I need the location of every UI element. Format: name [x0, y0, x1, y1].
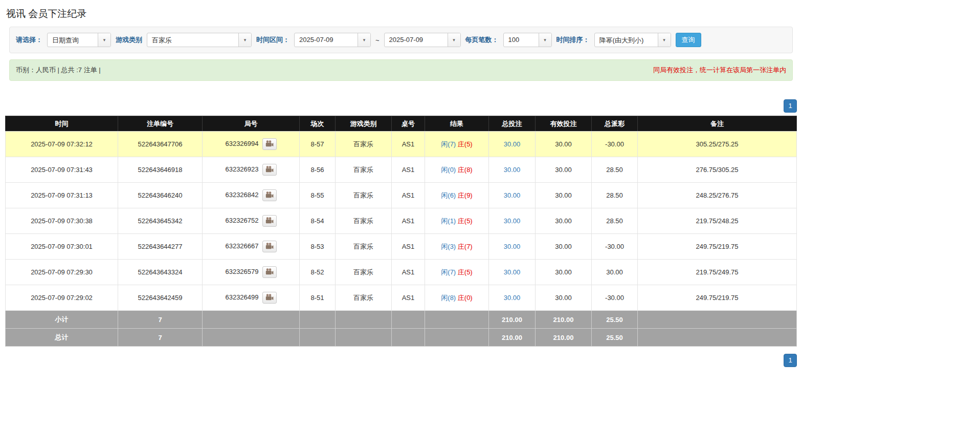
cell-round-number: 632326994 [203, 132, 300, 157]
cell-valid-bet: 30.00 [536, 157, 592, 183]
cell-total-bet: 30.00 [489, 260, 536, 285]
cell-result: 闲(7) 庄(5) [425, 260, 489, 285]
cell-bet-number: 522643643324 [118, 260, 203, 285]
cell-valid-bet: 30.00 [536, 260, 592, 285]
round-number-text: 632326579 [225, 268, 258, 275]
subtotal-empty-cell [638, 311, 797, 329]
video-camera-icon [265, 217, 274, 225]
cell-session: 8-52 [300, 260, 336, 285]
result-player: 闲(7) [441, 140, 456, 148]
cell-result: 闲(3) 庄(7) [425, 234, 489, 260]
time-range-label: 时间区间： [256, 35, 289, 45]
search-button[interactable]: 查询 [676, 33, 701, 47]
cell-note: 219.75/248.25 [638, 208, 797, 234]
cell-time: 2025-07-09 07:31:13 [6, 183, 118, 208]
cell-game-type: 百家乐 [336, 208, 392, 234]
subtotal-row: 小计 7 210.00 210.00 25.50 [6, 311, 797, 329]
video-replay-button[interactable] [262, 138, 277, 150]
page-button-1[interactable]: 1 [784, 354, 797, 367]
grand-total-total-bet: 210.00 [489, 329, 536, 347]
table-row: 2025-07-09 07:30:01522643644277632326667… [6, 234, 797, 260]
query-type-value: 日期查询 [48, 33, 98, 47]
result-player: 闲(7) [441, 268, 456, 276]
total-bet-link[interactable]: 30.00 [504, 166, 521, 174]
cell-bet-number: 522643646918 [118, 157, 203, 183]
subtotal-payout: 25.50 [592, 311, 638, 329]
video-replay-button[interactable] [262, 164, 277, 176]
date-from-picker[interactable]: 2025-07-09 ▾ [294, 33, 371, 47]
video-replay-button[interactable] [262, 189, 277, 201]
column-header-5: 桌号 [392, 116, 425, 132]
cell-time: 2025-07-09 07:30:38 [6, 208, 118, 234]
sort-order-select[interactable]: 降幂(由大到小) ▾ [594, 33, 671, 47]
column-header-4: 游戏类别 [336, 116, 392, 132]
cell-payout: 28.50 [592, 157, 638, 183]
column-header-9: 总派彩 [592, 116, 638, 132]
sort-order-label: 时间排序： [556, 35, 590, 45]
total-bet-link[interactable]: 30.00 [504, 294, 521, 302]
video-replay-button[interactable] [262, 215, 277, 227]
round-number-text: 632326499 [225, 293, 258, 301]
chevron-down-icon[interactable]: ▾ [358, 33, 370, 47]
filter-panel: 请选择： 日期查询 ▾ 游戏类别 百家乐 ▾ 时间区间： 2025-07-09 … [9, 27, 793, 53]
total-bet-link[interactable]: 30.00 [504, 243, 521, 250]
pagination-top: 1 [5, 99, 797, 113]
grand-total-empty-cell [638, 329, 797, 347]
cell-result: 闲(0) 庄(8) [425, 157, 489, 183]
grand-total-empty-cell [425, 329, 489, 347]
chevron-down-icon[interactable]: ▾ [448, 33, 460, 47]
video-camera-icon [265, 294, 274, 302]
bet-records-table: 时间注单编号局号场次游戏类别桌号结果总投注有效投注总派彩备注 2025-07-0… [5, 116, 797, 347]
cell-session: 8-55 [300, 183, 336, 208]
chevron-down-icon[interactable]: ▾ [98, 33, 110, 47]
chevron-down-icon[interactable]: ▾ [658, 33, 671, 47]
cell-bet-number: 522643647706 [118, 132, 203, 157]
video-replay-button[interactable] [262, 266, 277, 278]
page-button-1[interactable]: 1 [784, 99, 797, 113]
column-header-8: 有效投注 [536, 116, 592, 132]
query-type-select[interactable]: 日期查询 ▾ [47, 33, 111, 47]
result-player: 闲(3) [441, 243, 456, 250]
total-bet-link[interactable]: 30.00 [504, 217, 521, 225]
cell-game-type: 百家乐 [336, 234, 392, 260]
cell-table-number: AS1 [392, 183, 425, 208]
subtotal-label: 小计 [6, 311, 118, 329]
cell-round-number: 632326923 [203, 157, 300, 183]
cell-bet-number: 522643646240 [118, 183, 203, 208]
cell-bet-number: 522643645342 [118, 208, 203, 234]
chevron-down-icon[interactable]: ▾ [539, 33, 551, 47]
cell-game-type: 百家乐 [336, 285, 392, 311]
subtotal-empty-cell [203, 311, 300, 329]
result-banker: 庄(9) [458, 191, 473, 199]
result-player: 闲(0) [441, 166, 456, 174]
game-type-value: 百家乐 [147, 33, 238, 47]
video-camera-icon [265, 268, 274, 276]
cell-round-number: 632326579 [203, 260, 300, 285]
cell-table-number: AS1 [392, 157, 425, 183]
grand-total-empty-cell [392, 329, 425, 347]
total-bet-link[interactable]: 30.00 [504, 268, 521, 276]
video-replay-button[interactable] [262, 241, 277, 252]
video-camera-icon [265, 140, 274, 148]
cell-result: 闲(1) 庄(5) [425, 208, 489, 234]
cell-table-number: AS1 [392, 132, 425, 157]
page-container: 视讯 会员下注纪录 请选择： 日期查询 ▾ 游戏类别 百家乐 ▾ 时间区间： 2… [5, 0, 797, 367]
column-header-10: 备注 [638, 116, 797, 132]
cell-session: 8-54 [300, 208, 336, 234]
date-range-separator: ~ [375, 36, 380, 44]
grand-total-label: 总计 [6, 329, 118, 347]
date-to-picker[interactable]: 2025-07-09 ▾ [384, 33, 461, 47]
per-page-select[interactable]: 100 ▾ [503, 33, 552, 47]
total-bet-link[interactable]: 30.00 [504, 140, 521, 148]
column-header-1: 注单编号 [118, 116, 203, 132]
cell-game-type: 百家乐 [336, 260, 392, 285]
game-type-select[interactable]: 百家乐 ▾ [147, 33, 252, 47]
video-replay-button[interactable] [262, 292, 277, 304]
chevron-down-icon[interactable]: ▾ [238, 33, 251, 47]
subtotal-count: 7 [118, 311, 203, 329]
result-player: 闲(6) [441, 191, 456, 199]
cell-total-bet: 30.00 [489, 132, 536, 157]
cell-round-number: 632326842 [203, 183, 300, 208]
subtotal-empty-cell [392, 311, 425, 329]
total-bet-link[interactable]: 30.00 [504, 191, 521, 199]
